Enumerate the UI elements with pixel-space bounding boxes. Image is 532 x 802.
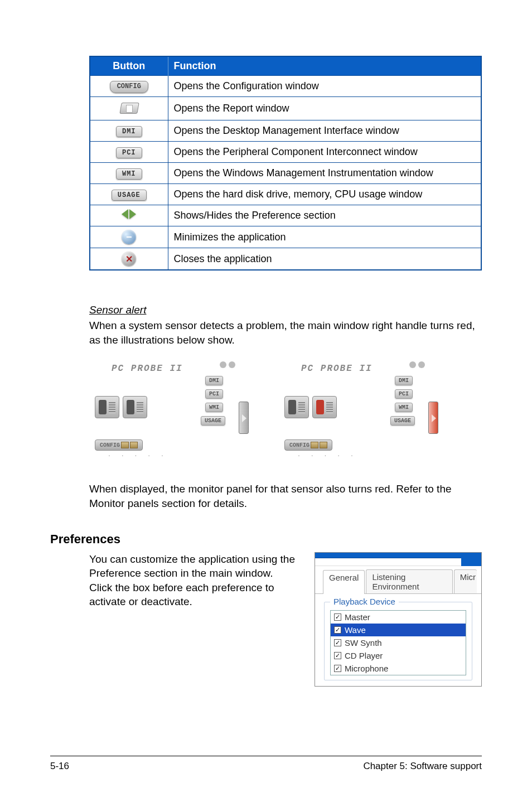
usage-button-icon: USAGE [90,184,168,205]
usage-chip-icon: USAGE [390,416,415,426]
close-desc: Closes the application [168,248,481,270]
dmi-button-icon: DMI [90,120,168,142]
playback-device-group: Playback Device Master Wave SW Synth CD … [324,602,472,680]
tab-listening-environment[interactable]: Listening Environment [366,569,452,593]
close-icon: ✕ [90,248,168,270]
probe-illustrations: PC PROBE II DMI PCI WMI USAGE CONFIG · ·… [89,360,482,466]
list-item-wave[interactable]: Wave [331,624,466,636]
minimize-desc: Minimizes the application [168,226,481,248]
tab-general[interactable]: General [323,570,365,594]
page-footer: 5-16 Chapter 5: Software support [50,756,482,772]
usage-chip-icon: USAGE [201,416,225,426]
probe-title: PC PROBE II [301,364,373,374]
checkbox-icon[interactable] [334,639,341,646]
pci-chip-icon: PCI [205,389,223,399]
preferences-panel: General Listening Environment Micr Playb… [315,552,482,687]
tab-microphone[interactable]: Micr [454,569,477,593]
wmi-chip-icon: WMI [395,403,413,412]
checkbox-icon[interactable] [334,626,341,634]
dmi-chip-icon: DMI [395,376,413,385]
sensor-alert-text-1: When a system sensor detects a problem, … [89,318,482,347]
wmi-chip-icon: WMI [205,403,223,412]
report-button-icon [90,97,168,120]
sensor-alert-text-2: When displayed, the monitor panel for th… [89,482,482,510]
probe-normal: PC PROBE II DMI PCI WMI USAGE CONFIG · ·… [89,360,245,466]
wmi-button-desc: Opens the Windows Management Instrumenta… [168,163,481,184]
handle-red-icon [428,402,438,434]
footer-page-number: 5-16 [50,761,69,772]
list-item-microphone[interactable]: Microphone [331,662,466,675]
meter-icon [284,396,309,418]
toggle-arrows-desc: Shows/Hides the Preference section [168,205,481,226]
panel-titlebar [315,553,481,558]
dmi-chip-icon: DMI [205,376,223,385]
report-button-desc: Opens the Report window [168,97,481,120]
playback-device-legend: Playback Device [330,597,399,606]
handle-gray-icon [239,402,249,434]
pci-button-icon: PCI [90,142,168,163]
list-item-cdplayer[interactable]: CD Player [331,649,466,662]
playback-device-list: Master Wave SW Synth CD Player Microphon… [330,610,466,675]
list-item-master[interactable]: Master [331,611,466,624]
usage-button-desc: Opens the hard disk drive, memory, CPU u… [168,184,481,205]
header-button: Button [90,56,168,76]
footer-chapter: Chapter 5: Software support [363,761,482,772]
pci-button-desc: Opens the Peripheral Component Interconn… [168,142,481,163]
checkbox-icon[interactable] [334,652,341,659]
probe-title: PC PROBE II [112,364,183,374]
checkbox-icon[interactable] [334,665,341,672]
meter-icon [123,396,147,418]
config-button-desc: Opens the Configuration window [168,76,481,97]
config-tab-icon: CONFIG [284,439,332,451]
preferences-tabs: General Listening Environment Micr [315,566,481,594]
preferences-heading: Preferences [50,532,482,547]
checkbox-icon[interactable] [334,613,341,621]
list-item-swsynth[interactable]: SW Synth [331,636,466,649]
preferences-text: You can customize the application using … [89,552,298,610]
wmi-button-icon: WMI [90,163,168,184]
config-tab-icon: CONFIG [95,439,143,451]
minimize-icon: − [90,226,168,248]
button-function-table: Button Function CONFIG Opens the Configu… [89,56,482,270]
config-button-icon: CONFIG [90,76,168,97]
probe-alert: PC PROBE II DMI PCI WMI USAGE CONFIG · ·… [279,360,435,466]
meter-icon [95,396,119,418]
toggle-arrows-icon [90,205,168,226]
header-function: Function [168,56,481,76]
pci-chip-icon: PCI [395,389,413,399]
sensor-alert-heading: Sensor alert [89,304,482,316]
dmi-button-desc: Opens the Desktop Management Interface w… [168,120,481,142]
meter-red-icon [312,396,337,418]
